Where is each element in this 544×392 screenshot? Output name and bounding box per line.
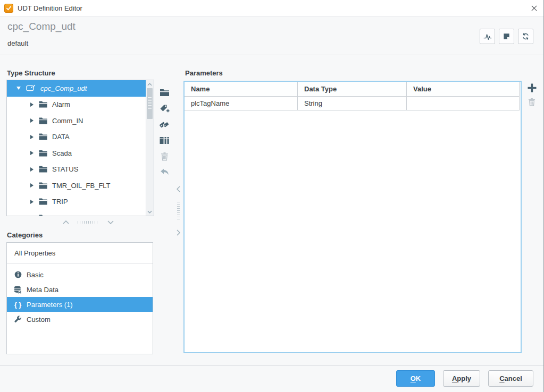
tree-item-comm-in[interactable]: Comm_IN <box>7 113 146 129</box>
tree-item-label: DATA <box>52 133 70 141</box>
add-parameter-icon[interactable] <box>527 83 537 93</box>
column-header-value: Value <box>407 82 520 97</box>
left-right-splitter[interactable] <box>174 186 182 236</box>
parameter-value-cell[interactable] <box>407 97 520 110</box>
tag-toolbar <box>158 87 171 182</box>
expand-arrow-icon[interactable] <box>30 200 34 204</box>
tree-item-label: STATUS <box>52 165 78 173</box>
dialog-footer: OK Apply Cancel <box>0 365 544 392</box>
tree-item-data[interactable]: DATA <box>7 129 146 146</box>
diagnostics-pulse-icon[interactable] <box>480 29 495 44</box>
expand-arrow-icon <box>30 216 34 216</box>
udt-name-title: cpc_Comp_udt <box>7 21 76 32</box>
header-toolbar <box>480 29 533 44</box>
expand-arrow-icon[interactable] <box>30 135 34 139</box>
tree-item-label: Alarm <box>52 100 70 108</box>
tree-item-scada[interactable]: Scada <box>7 145 146 161</box>
metadata-db-icon <box>13 286 22 294</box>
category-label: Custom <box>27 316 51 323</box>
categories-label: Categories <box>7 231 43 239</box>
expand-arrow-icon[interactable] <box>30 151 34 155</box>
folder-icon <box>39 150 47 157</box>
category-list: Basic Meta Data { } Parameters (1) <box>7 263 153 327</box>
new-folder-icon[interactable] <box>158 87 171 98</box>
title-bar: UDT Definition Editor <box>0 0 544 16</box>
type-structure-label: Type Structure <box>7 69 55 77</box>
tree-item-cpc-comp-udt[interactable]: cpc_Comp_udt <box>7 80 146 97</box>
tree-rows: cpc_Comp_udt Alarm Comm_IN DATA <box>7 80 146 216</box>
tree-item-label: Scada <box>52 149 72 157</box>
scroll-up-icon[interactable] <box>146 81 153 88</box>
column-header-data-type: Data Type <box>298 82 407 97</box>
folder-icon <box>39 182 47 189</box>
collapse-right-icon <box>177 229 180 236</box>
window-title: UDT Definition Editor <box>18 4 82 12</box>
folder-icon <box>39 117 47 124</box>
tree-item-label: TRIP <box>52 198 68 206</box>
category-label: All Properties <box>14 249 55 257</box>
splitter-grip[interactable] <box>78 221 99 224</box>
wrench-icon <box>13 316 22 323</box>
new-tag-icon[interactable] <box>158 103 171 114</box>
tree-item-clipped[interactable] <box>7 210 146 216</box>
refresh-icon[interactable] <box>518 29 533 44</box>
cancel-button[interactable]: Cancel <box>488 370 533 387</box>
tree-scrollbar[interactable] <box>146 80 154 216</box>
splitter-grip[interactable] <box>177 202 180 220</box>
note-icon[interactable] <box>499 29 514 44</box>
undo-icon[interactable] <box>158 166 171 178</box>
category-parameters[interactable]: { } Parameters (1) <box>7 297 153 312</box>
parameters-label: Parameters <box>185 69 223 77</box>
category-all-properties[interactable]: All Properties <box>7 243 153 263</box>
category-meta-data[interactable]: Meta Data <box>7 282 153 297</box>
copy-tags-icon[interactable] <box>158 118 171 130</box>
info-icon <box>13 271 22 278</box>
scrollbar-thumb[interactable] <box>147 88 153 119</box>
expand-arrow-icon[interactable] <box>30 103 34 107</box>
close-icon[interactable] <box>529 3 539 13</box>
parameter-name-cell[interactable]: plcTagName <box>185 97 298 110</box>
delete-parameter-icon[interactable] <box>528 98 535 106</box>
parameters-table: Name Data Type Value plcTagName String <box>183 81 522 353</box>
expand-arrow-icon[interactable] <box>30 183 34 188</box>
type-structure-tree: cpc_Comp_udt Alarm Comm_IN DATA <box>6 80 154 216</box>
tree-item-label: Comm_IN <box>52 117 83 125</box>
folder-icon <box>39 166 47 173</box>
parameters-grid: Name Data Type Value plcTagName String <box>185 82 520 110</box>
tag-provider-label: default <box>7 39 28 47</box>
folder-icon <box>39 198 47 205</box>
apply-button[interactable]: Apply <box>443 370 480 387</box>
folder-icon <box>39 101 47 108</box>
collapse-down-icon <box>107 220 114 224</box>
tree-item-alarm[interactable]: Alarm <box>7 97 146 113</box>
expand-arrow-icon[interactable] <box>30 167 34 172</box>
category-custom[interactable]: Custom <box>7 312 153 327</box>
tree-categories-splitter[interactable] <box>57 218 119 226</box>
tree-item-trip[interactable]: TRIP <box>7 194 146 210</box>
folder-icon <box>39 133 47 140</box>
tree-item-tmr-oil-fb-flt[interactable]: TMR_OIL_FB_FLT <box>7 177 146 194</box>
scroll-down-icon[interactable] <box>146 208 153 215</box>
ok-button[interactable]: OK <box>396 370 435 387</box>
column-header-name: Name <box>185 82 298 97</box>
new-udt-instance-icon[interactable] <box>158 134 171 146</box>
tree-item-status[interactable]: STATUS <box>7 161 146 178</box>
categories-panel: All Properties Basic Meta Data <box>6 242 153 354</box>
ignition-check-logo-icon <box>4 4 13 13</box>
parameter-datatype-cell[interactable]: String <box>298 97 407 110</box>
category-basic[interactable]: Basic <box>7 267 153 282</box>
collapse-left-icon <box>177 186 180 192</box>
category-label: Meta Data <box>27 286 58 294</box>
udt-definition-icon <box>26 84 36 92</box>
parameter-actions <box>525 83 538 111</box>
folder-icon <box>39 215 47 216</box>
category-label: Basic <box>27 271 44 279</box>
editor-header: cpc_Comp_udt default <box>0 16 544 55</box>
expand-arrow-icon[interactable] <box>30 118 34 123</box>
collapse-arrow-icon[interactable] <box>16 87 21 90</box>
udt-definition-editor-dialog: { "window": { "title": "UDT Definition E… <box>0 0 544 392</box>
tree-item-label: TMR_OIL_FB_FLT <box>52 182 111 190</box>
braces-icon: { } <box>13 301 22 309</box>
delete-tag-icon[interactable] <box>158 150 171 162</box>
collapse-up-icon <box>63 220 69 224</box>
